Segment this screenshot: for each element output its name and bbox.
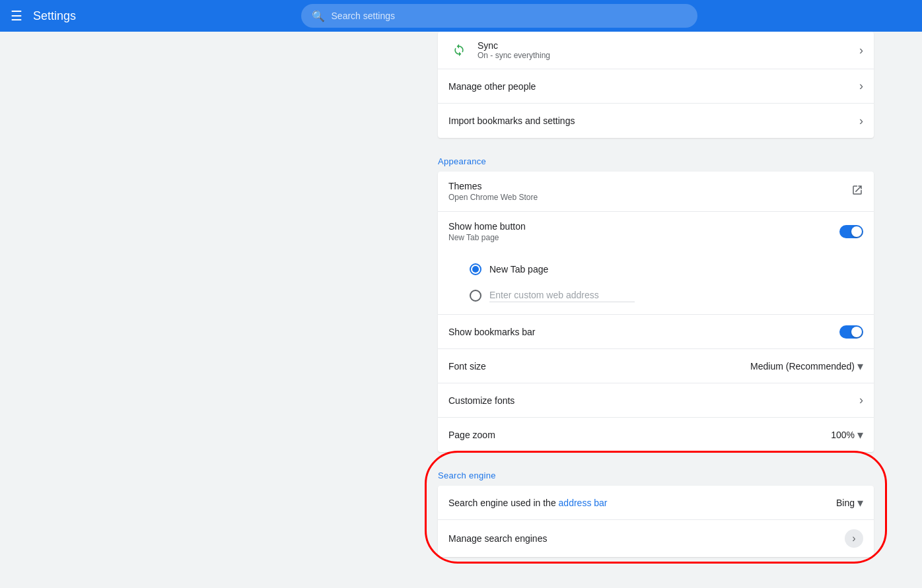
new-tab-page-radio-circle [470, 263, 481, 275]
manage-search-engines-row[interactable]: Manage search engines › [438, 520, 874, 557]
manage-search-engines-info: Manage search engines [448, 533, 845, 544]
manage-other-people-title: Manage other people [448, 81, 859, 92]
font-size-value: Medium (Recommended) [750, 361, 855, 372]
search-engine-section-header: Search engine [438, 457, 874, 486]
themes-row[interactable]: Themes Open Chrome Web Store [438, 172, 874, 212]
font-size-title: Font size [448, 361, 750, 372]
search-engine-section: Search engine Search engine used in the … [438, 457, 874, 557]
import-bookmarks-info: Import bookmarks and settings [448, 115, 859, 126]
search-engine-card: Search engine used in the address bar Bi… [438, 486, 874, 557]
search-engine-value: Bing [836, 498, 855, 508]
search-bar[interactable]: 🔍 [301, 4, 697, 28]
people-card: Sync On - sync everything › Manage other… [438, 32, 874, 138]
themes-info: Themes Open Chrome Web Store [448, 181, 851, 202]
manage-search-engines-title: Manage search engines [448, 533, 845, 544]
font-size-row[interactable]: Font size Medium (Recommended) ▾ [438, 349, 874, 383]
show-home-button-row[interactable]: Show home button New Tab page [438, 212, 874, 251]
toggle-knob [851, 226, 862, 237]
show-home-button-info: Show home button New Tab page [448, 221, 839, 242]
new-tab-page-radio[interactable]: New Tab page [470, 257, 863, 282]
show-home-button-title: Show home button [448, 221, 839, 232]
sync-subtitle: On - sync everything [478, 51, 859, 60]
customize-fonts-chevron-icon: › [859, 393, 863, 407]
new-tab-page-label: New Tab page [489, 264, 548, 275]
import-bookmarks-title: Import bookmarks and settings [448, 115, 859, 126]
show-home-button-toggle[interactable] [839, 225, 863, 238]
import-bookmarks-row[interactable]: Import bookmarks and settings › [438, 104, 874, 138]
font-size-dropdown-icon: ▾ [857, 359, 863, 374]
customize-fonts-row[interactable]: Customize fonts › [438, 383, 874, 418]
topbar: ☰ Settings 🔍 [0, 0, 922, 32]
show-bookmarks-bar-toggle[interactable] [839, 325, 863, 339]
themes-title: Themes [448, 181, 851, 191]
custom-address-input[interactable] [489, 288, 635, 302]
show-bookmarks-bar-info: Show bookmarks bar [448, 327, 839, 337]
appearance-card: Themes Open Chrome Web Store Show home b… [438, 172, 874, 452]
sync-icon-container [448, 40, 470, 61]
search-engine-dropdown-icon: ▾ [857, 496, 863, 510]
page-zoom-dropdown-icon: ▾ [857, 428, 863, 442]
show-bookmarks-bar-title: Show bookmarks bar [448, 327, 839, 337]
sync-chevron-icon: › [859, 44, 863, 57]
show-bookmarks-bar-row[interactable]: Show bookmarks bar [438, 315, 874, 349]
search-engine-used-text: Search engine used in the [448, 498, 556, 508]
themes-external-link-icon [851, 184, 863, 199]
sync-title: Sync [478, 40, 859, 51]
sync-svg-icon [452, 44, 466, 57]
search-engine-used-row[interactable]: Search engine used in the address bar Bi… [438, 486, 874, 520]
menu-icon[interactable]: ☰ [11, 8, 22, 24]
settings-panel: Sync On - sync everything › Manage other… [438, 32, 874, 588]
import-bookmarks-chevron-icon: › [859, 114, 863, 128]
home-button-radio-group: New Tab page [438, 251, 874, 315]
manage-people-chevron-icon: › [859, 79, 863, 93]
manage-engines-chevron-icon[interactable]: › [845, 529, 863, 548]
appearance-section-header: Appearance [438, 143, 874, 172]
manage-other-people-info: Manage other people [448, 81, 859, 92]
app-title: Settings [33, 9, 76, 23]
page-zoom-row[interactable]: Page zoom 100% ▾ [438, 418, 874, 452]
customize-fonts-title: Customize fonts [448, 395, 859, 406]
themes-subtitle: Open Chrome Web Store [448, 193, 851, 202]
page-zoom-title: Page zoom [448, 430, 831, 440]
customize-fonts-info: Customize fonts [448, 395, 859, 406]
sync-row[interactable]: Sync On - sync everything › [438, 32, 874, 69]
search-input[interactable] [332, 11, 687, 21]
custom-address-radio-circle [470, 290, 481, 302]
address-bar-link[interactable]: address bar [559, 498, 608, 508]
bookmarks-toggle-knob [851, 327, 862, 337]
custom-address-radio[interactable] [470, 282, 863, 309]
show-home-button-subtitle: New Tab page [448, 233, 839, 242]
page-zoom-value: 100% [831, 430, 855, 440]
search-icon: 🔍 [312, 10, 325, 22]
main-content: Sync On - sync everything › Manage other… [0, 32, 922, 588]
manage-other-people-row[interactable]: Manage other people › [438, 69, 874, 104]
search-engine-used-title: Search engine used in the address bar [448, 498, 836, 508]
sync-info: Sync On - sync everything [478, 40, 859, 60]
